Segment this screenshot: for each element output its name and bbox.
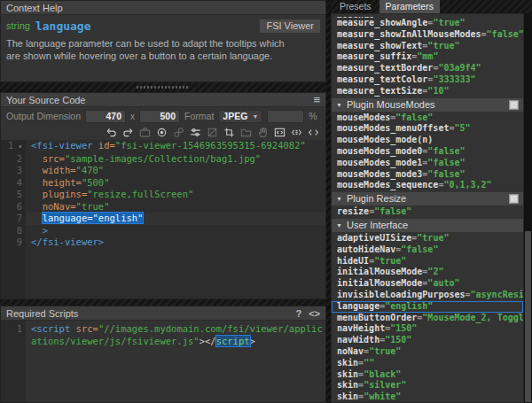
parameter-value: "auto"	[427, 278, 459, 288]
parameter-row-mouseModes_mode(n)[interactable]: mouseModes_mode(n)	[332, 135, 523, 146]
parameter-name: skin	[337, 369, 358, 379]
link-icon[interactable]	[173, 127, 184, 138]
parameter-value: "false"	[427, 146, 465, 156]
parameter-row-initialMouseMode[interactable]: initialMouseMode="2"	[332, 267, 523, 278]
vertical-scrollbar[interactable]	[524, 13, 532, 403]
fsi-viewer-badge[interactable]: FSI Viewer	[260, 19, 320, 33]
code-line[interactable]: 9</fsi-viewer>	[1, 236, 325, 249]
parameter-row-initialMouseMode[interactable]: initialMouseMode="auto"	[332, 278, 523, 290]
code-line[interactable]: 2 src="sample-images/Collection/bag1.jpg…	[1, 153, 325, 166]
line-number: 9	[1, 236, 26, 249]
parameter-row-skin[interactable]: skin="silver"	[332, 380, 523, 391]
code-icon[interactable]	[308, 127, 319, 138]
target-icon[interactable]	[156, 127, 168, 138]
line-number: 1 ▾	[1, 140, 26, 153]
code-line[interactable]: 8 >	[1, 225, 325, 237]
code-line[interactable]: 6 noNav="true"	[1, 201, 325, 213]
parameter-name: mouseModes_mode(n)	[337, 135, 433, 144]
fold-arrow-icon[interactable]: ▾	[13, 143, 22, 151]
parameter-row-measure_showText[interactable]: measure_showText="true"	[332, 41, 523, 52]
section-header-plugin-resize[interactable]: ▼Plugin Resize	[332, 192, 523, 205]
parameter-name: measure_textBorder	[337, 63, 433, 73]
parameter-row-measure_textColor[interactable]: measure_textColor="333333"	[332, 74, 523, 86]
parameter-value: "150"	[385, 335, 411, 345]
tab-presets[interactable]: Presets	[333, 0, 378, 13]
code-line[interactable]: 1 ▾<fsi-viewer id="fsi-viewer-1546963595…	[1, 140, 325, 153]
parameter-row-noNav[interactable]: noNav="true"	[332, 346, 523, 358]
format-label: Format	[184, 111, 214, 121]
parameter-value: "10"	[427, 86, 449, 96]
code-line[interactable]: 5 plugins="resize,fullScreen"	[1, 189, 325, 201]
parameter-row-mouseModes_mode0[interactable]: mouseModes_mode0="false"	[332, 146, 523, 158]
parameter-row-resize[interactable]: resize="false"	[332, 206, 523, 218]
hamburger-icon[interactable]: ≡	[313, 96, 320, 105]
parameter-value: "0,1,3,2"	[443, 180, 491, 190]
editor-empty-area[interactable]	[1, 249, 325, 299]
parameter-row-measure_suffix[interactable]: measure_suffix="mm"	[332, 51, 523, 63]
briefcase-icon[interactable]	[139, 127, 151, 138]
section-label: Plugin MouseModes	[347, 98, 435, 112]
horizontal-resize-handle[interactable]	[0, 82, 326, 92]
parameter-row-navHeight[interactable]: navHeight="150"	[332, 323, 523, 335]
code-token: "resize,fullScreen"	[87, 189, 193, 199]
redo-icon[interactable]	[122, 127, 134, 138]
parameter-value: "false"	[427, 158, 465, 167]
section-checkbox[interactable]	[509, 100, 519, 110]
parameter-row-skin[interactable]: skin="black"	[332, 369, 523, 381]
parameter-row-measure_textBorder[interactable]: measure_textBorder="03a9f4"	[332, 63, 523, 74]
code-line[interactable]: 4 height="500"	[1, 177, 325, 190]
parameter-name: mouseModes_mode0	[337, 146, 422, 156]
parameter-row-language[interactable]: language="english"	[332, 301, 523, 313]
section-header-user-interface[interactable]: ▼User Interface	[332, 219, 523, 232]
parameter-value: "150"	[390, 323, 417, 333]
parameter-row-adaptiveUISize[interactable]: adaptiveUISize="true"	[332, 233, 523, 244]
section-checkbox[interactable]	[509, 194, 519, 204]
output-height-input[interactable]	[139, 110, 180, 123]
collapse-arrow-icon: ▼	[336, 219, 342, 232]
code-compare-icon[interactable]	[291, 127, 302, 138]
parameter-row-measure_textSize[interactable]: measure_textSize="10"	[332, 86, 523, 97]
parameter-row-skin[interactable]: skin=""	[332, 358, 523, 369]
tab-parameters[interactable]: Parameters	[379, 0, 440, 13]
code-box-icon[interactable]	[274, 127, 286, 138]
parameter-row-hideUI[interactable]: hideUI="true"	[332, 256, 523, 267]
parameter-row-measure_showInAllMouseModes[interactable]: measure_showInAllMouseModes="false"	[332, 29, 523, 41]
format-select[interactable]: JPEG ▼	[218, 110, 262, 123]
scrollbar-thumb[interactable]	[525, 231, 531, 402]
code-token: ></	[200, 336, 216, 346]
parameter-value: ""	[364, 358, 374, 368]
parameter-row-mouseModes_mode3[interactable]: mouseModes_mode3="false"	[332, 169, 523, 181]
source-code-editor[interactable]: 1 ▾<fsi-viewer id="fsi-viewer-1546963595…	[1, 140, 325, 298]
undo-icon[interactable]	[106, 127, 117, 138]
code-token: src=	[70, 323, 98, 334]
parameter-name: menuButtonOrder	[337, 313, 417, 322]
code-icon[interactable]: <>	[309, 308, 320, 319]
required-scripts-title: Required Scripts	[6, 308, 78, 319]
parameter-row-measure_showAngle[interactable]: measure_showAngle="true"	[332, 18, 523, 29]
parameter-name: measure_suffix	[337, 51, 411, 61]
parameter-row-skin[interactable]: skin="white"	[332, 391, 523, 403]
percent-input[interactable]	[267, 110, 304, 123]
output-width-input[interactable]	[85, 110, 126, 123]
parameter-row-mouseModes_sequence[interactable]: mouseModes_sequence="0,1,3,2"	[332, 180, 523, 191]
sliders-icon[interactable]	[190, 127, 201, 138]
parameter-row-invisibleLoadingPurposes[interactable]: invisibleLoadingPurposes="asyncResize"	[332, 290, 523, 301]
no-transform-icon[interactable]	[207, 127, 218, 138]
parameter-name: measure_showText	[337, 41, 422, 50]
folder-icon[interactable]	[240, 127, 252, 138]
code-line[interactable]: 7 language="english"	[1, 213, 325, 225]
help-icon[interactable]: ?	[295, 308, 301, 319]
parameter-row-mouseModes[interactable]: mouseModes="false"	[332, 112, 523, 124]
parameter-row-navWidth[interactable]: navWidth="150"	[332, 335, 523, 346]
horizontal-resize-handle-2[interactable]	[0, 299, 326, 306]
parameter-row-mouseModes_menuOffset[interactable]: mouseModes_menuOffset="5"	[332, 123, 523, 135]
crop-icon[interactable]	[223, 127, 235, 138]
parameter-row-menuButtonOrder[interactable]: menuButtonOrder="MouseMode_2, ToggleFull…	[332, 313, 523, 324]
section-header-plugin-mousemodes[interactable]: ▼Plugin MouseModes	[332, 98, 523, 112]
code-line[interactable]: 3 width="470"	[1, 165, 325, 177]
hand-icon[interactable]	[257, 127, 269, 138]
parameter-row-mouseModes_mode1[interactable]: mouseModes_mode1="false"	[332, 158, 523, 169]
parameter-row-autoHideNav[interactable]: autoHideNav="false"	[332, 244, 523, 256]
required-scripts-editor[interactable]: 1 <script src="//images.mydomain.com/fsi…	[1, 321, 325, 402]
code-token: "500"	[82, 177, 110, 188]
